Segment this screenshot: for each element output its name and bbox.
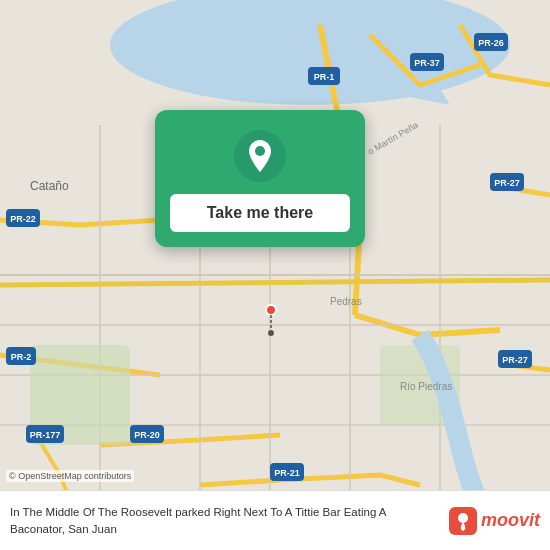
location-description: In The Middle Of The Roosevelt parked Ri… [10, 504, 441, 536]
svg-text:Cataño: Cataño [30, 179, 69, 193]
moovit-logo: moovit [449, 507, 540, 535]
copyright-text: © OpenStreetMap contributors [6, 470, 134, 482]
svg-point-40 [266, 305, 276, 315]
moovit-icon [449, 507, 477, 535]
svg-text:PR-26: PR-26 [478, 38, 504, 48]
map-background: Cataño PR-1 PR-1 PR-37 PR-26 PR-27 PR-27… [0, 0, 550, 550]
location-card: Take me there [155, 110, 365, 247]
svg-text:PR-177: PR-177 [30, 430, 61, 440]
svg-text:PR-1: PR-1 [314, 72, 335, 82]
svg-text:Pedras: Pedras [330, 296, 362, 307]
take-me-there-button[interactable]: Take me there [170, 194, 350, 232]
svg-text:PR-37: PR-37 [414, 58, 440, 68]
svg-point-44 [255, 146, 265, 156]
svg-text:PR-27: PR-27 [502, 355, 528, 365]
svg-text:PR-20: PR-20 [134, 430, 160, 440]
svg-point-42 [268, 330, 274, 336]
map-container: Cataño PR-1 PR-1 PR-37 PR-26 PR-27 PR-27… [0, 0, 550, 550]
moovit-text: moovit [481, 510, 540, 531]
svg-text:PR-21: PR-21 [274, 468, 300, 478]
svg-text:PR-2: PR-2 [11, 352, 32, 362]
svg-text:PR-27: PR-27 [494, 178, 520, 188]
pin-icon [234, 130, 286, 182]
svg-text:Río Piedras: Río Piedras [400, 381, 452, 392]
bottom-bar: In The Middle Of The Roosevelt parked Ri… [0, 490, 550, 550]
svg-text:PR-22: PR-22 [10, 214, 36, 224]
svg-point-46 [458, 513, 468, 523]
